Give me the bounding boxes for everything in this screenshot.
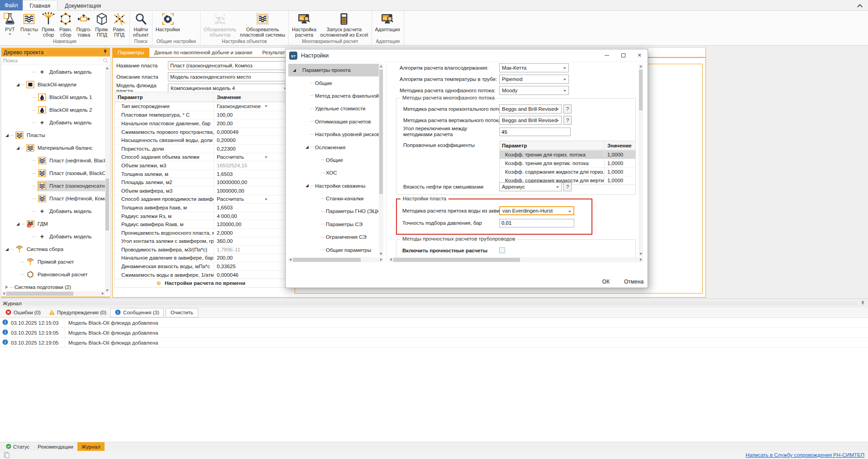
settings-tree-item[interactable]: Удельные стоимости — [288, 102, 379, 115]
fluid-model-combobox[interactable]: Композиционная модель 4 — [168, 84, 289, 93]
settings-tree-item[interactable]: Параметры СЭ — [288, 218, 379, 231]
settings-tree-item[interactable]: Параметры проекта — [288, 64, 379, 76]
expander-closed-icon[interactable] — [4, 285, 10, 289]
tree-item[interactable]: Материальный баланс — [1, 142, 105, 154]
ribbon-button-calc[interactable]: Запуск расчетаосложнений из Excel — [318, 12, 370, 38]
clear-button[interactable]: Очистить — [166, 308, 198, 317]
ribbon-button-search[interactable]: Найтиобъект — [131, 12, 151, 38]
settings-content-vscrollbar[interactable] — [639, 64, 643, 256]
parameter-value[interactable]: 2,0000 — [214, 229, 286, 237]
ribbon-button-prep[interactable]: Подго-товка — [74, 12, 93, 38]
settings-tree-item[interactable]: ХОС — [288, 166, 379, 179]
tab-file[interactable]: Файл — [0, 0, 23, 10]
vertical-flow-combobox[interactable]: Beggs and Brill Revised — [499, 116, 562, 125]
parameter-value[interactable]: 200,00 — [214, 254, 286, 262]
tree-item[interactable]: Прямой расчет — [1, 256, 105, 268]
parameter-value[interactable]: 120000,00 — [214, 220, 286, 228]
parameter-value[interactable]: 1,789E-11 — [214, 246, 286, 254]
journal-row[interactable]: 03.10.2025 12:19:05Модель Black-Oil флюи… — [0, 328, 868, 338]
tree-item[interactable]: +Добавить модель — [1, 116, 105, 129]
journal-row[interactable]: 03.10.2025 12:15:03Модель Black-Oil флюи… — [0, 318, 868, 328]
pressure-tolerance-input[interactable] — [499, 219, 574, 227]
parameter-value[interactable]: 0,20000 — [214, 136, 286, 144]
parameter-value[interactable]: 0,22300 — [214, 145, 286, 153]
minimize-button[interactable] — [599, 49, 615, 62]
aquifer-inflow-combobox[interactable]: van Everdingen-Hurst — [499, 206, 574, 215]
parameter-row[interactable]: Проницаемость водоносного пласта, мД2,00… — [115, 228, 286, 237]
parameter-row[interactable]: Площадь залежи, м210000000,00 — [115, 178, 286, 186]
parameter-value[interactable]: 1000000,00 — [214, 187, 286, 195]
parameter-row[interactable]: Сжимаемость воды в аквифере, 1/атм0,0000… — [115, 270, 286, 279]
expander-open-icon[interactable] — [304, 146, 310, 149]
settings-tree-vscrollbar[interactable] — [379, 64, 383, 256]
dialog-titlebar[interactable]: ST Настройки ✕ — [286, 49, 648, 62]
menu-tab-home[interactable]: Главная — [23, 0, 58, 10]
tree-horizontal-scrollbar[interactable] — [2, 291, 105, 296]
parameter-value[interactable]: 10000000,00 — [214, 178, 286, 186]
parameter-row[interactable]: Пористость, доли0,22300 — [115, 144, 286, 153]
help-button[interactable]: ? — [563, 104, 572, 114]
maximize-button[interactable] — [615, 49, 631, 62]
journal-tab-info[interactable]: Сообщения (3) — [110, 308, 164, 317]
help-button[interactable]: ? — [563, 116, 572, 125]
settings-tree-item[interactable]: Ограничения СЭ — [288, 231, 379, 243]
settings-tree-hscrollbar[interactable] — [288, 257, 383, 262]
parameter-row[interactable]: Объем залежи, м316502524,15 — [115, 161, 286, 170]
parameter-row[interactable]: Пластовая температура, ° С100,00 — [115, 111, 286, 119]
statusbar-item[interactable]: Рекомендации — [33, 442, 77, 451]
tree-vertical-scrollbar[interactable] — [105, 66, 110, 293]
parameter-row[interactable]: Способ задания объема залежиРассчитать — [115, 153, 286, 161]
chevron-up-icon[interactable] — [856, 2, 863, 9]
tree-item[interactable]: +Добавить модель — [1, 205, 105, 218]
parameter-value[interactable]: 1,6503 — [214, 170, 286, 178]
ribbon-button-fan[interactable]: Прям.сбор — [40, 12, 57, 38]
settings-tree-item[interactable]: Общие параметры — [288, 243, 379, 256]
journal-tab-warning[interactable]: Предупреждения (0) — [45, 308, 110, 317]
pin-icon[interactable] — [103, 49, 108, 56]
ribbon-button-crosslines[interactable]: Равн.ППД — [111, 12, 128, 38]
tree-item[interactable]: Система сбора — [1, 243, 105, 256]
ribbon-button-monitor[interactable]: Адаптация — [373, 12, 402, 33]
parameter-row[interactable]: Сжимаемость порового пространства, 1/атм… — [115, 128, 286, 136]
ribbon-button-hexdots[interactable]: Равн.сбор — [57, 12, 74, 38]
parameter-row[interactable]: Проводимость аквифера, м3/(Па*с)1,789E-1… — [115, 245, 286, 254]
parameter-row[interactable]: Радиус залежи Rз, м4 000,00 — [115, 212, 286, 220]
tree-item[interactable]: Пласт (газовый, BlackOil-модель) — [1, 167, 105, 180]
ribbon-button-flask[interactable]: PVT — [1, 12, 19, 36]
parameter-row[interactable]: Насыщенность связанной воды, доли0,20000 — [115, 136, 286, 144]
pin-icon[interactable] — [860, 300, 865, 307]
document-tab[interactable]: Параметры — [113, 48, 149, 57]
horizontal-flow-combobox[interactable]: Beggs and Brill Revised — [499, 104, 562, 114]
expander-open-icon[interactable] — [4, 134, 10, 137]
settings-tree-item[interactable]: Общие — [288, 154, 379, 166]
settings-tree-item[interactable]: Станки-качалки — [288, 192, 379, 205]
tree-item[interactable]: BlackOil-модели — [1, 78, 105, 91]
tree-search-input[interactable] — [3, 58, 103, 63]
menu-tab-docs[interactable]: Документация — [57, 0, 108, 10]
parameter-value[interactable]: 0,33625 — [214, 262, 286, 270]
strength-checkbox[interactable] — [499, 247, 505, 253]
tree-item[interactable]: Пласт (газоконденсатный, Композ — [1, 180, 105, 192]
settings-tree-item[interactable]: Общие — [288, 76, 379, 89]
ribbon-button-gearbr[interactable]: Настройки — [154, 12, 182, 33]
ribbon-button-pump[interactable]: Обозревательобъектов — [202, 12, 238, 38]
statusbar-item[interactable]: Журнал — [77, 442, 105, 451]
single-phase-combobox[interactable]: Moody — [499, 86, 569, 95]
switch-angle-input[interactable] — [499, 128, 571, 136]
parameter-row[interactable]: Толщина аквифера hакв, м1,6503 — [115, 203, 286, 212]
settings-tree-item[interactable]: Параметры ГНО (ЭЦН) — [288, 205, 379, 218]
coefficient-value[interactable]: 1,0000 — [604, 151, 635, 159]
coefficient-row[interactable]: Коэфф. трения для вертик. потока1,0000 — [500, 159, 635, 167]
parameter-row[interactable]: Толщина залежи, м1,6503 — [115, 170, 286, 178]
parameter-row[interactable]: Радиус аквифера Rакв, м120000,00 — [115, 220, 286, 228]
close-button[interactable]: ✕ — [631, 49, 648, 62]
reservoir-name-input[interactable] — [168, 61, 289, 70]
settings-tree-item[interactable]: Осложнения — [288, 141, 379, 153]
ribbon-button-layers[interactable]: Пласты — [19, 12, 40, 36]
coefficient-value[interactable]: 1,0000 — [604, 159, 635, 167]
expander-open-icon[interactable] — [15, 147, 20, 150]
coefficient-row[interactable]: Коэфф. содержания жидкости для гориз. по… — [500, 167, 635, 176]
parameter-value[interactable]: 200,00 — [214, 119, 286, 128]
cancel-button[interactable]: Отмена — [620, 277, 646, 286]
settings-content-hscrollbar[interactable] — [389, 257, 643, 262]
